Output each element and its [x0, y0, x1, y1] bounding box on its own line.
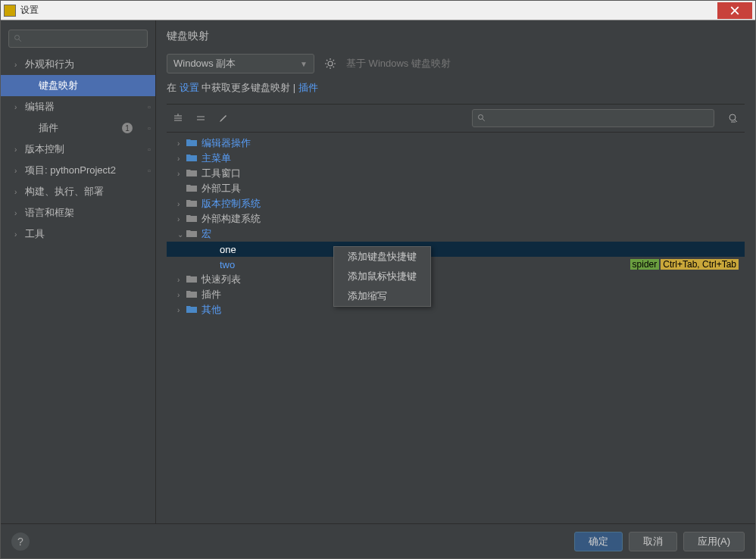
titlebar: 设置 [1, 1, 755, 20]
tree-label: 工具窗口 [201, 167, 241, 180]
context-menu: 添加键盘快捷键添加鼠标快捷键添加缩写 [333, 246, 431, 307]
pencil-icon [218, 113, 229, 123]
folder-icon [186, 183, 198, 194]
toolbar [167, 104, 745, 133]
find-by-shortcut-button[interactable] [725, 110, 742, 126]
folder-icon [186, 198, 198, 209]
sidebar-item-label: 外观和行为 [25, 58, 74, 71]
tree-label: 编辑器操作 [201, 136, 251, 150]
tree-label: two [220, 259, 235, 270]
tree-row[interactable]: one [167, 242, 745, 257]
tree-label: 快速列表 [201, 273, 241, 286]
folder-icon [186, 274, 198, 285]
sidebar-item-label: 语言和框架 [25, 206, 74, 220]
tree-label: one [220, 244, 236, 255]
tree-label: 宏 [201, 227, 211, 241]
tree-chevron-icon: › [177, 200, 186, 208]
context-menu-item-1[interactable]: 添加鼠标快捷键 [334, 267, 430, 286]
tag-shortcut: Ctrl+Tab, Ctrl+Tab [661, 259, 739, 270]
tree-row[interactable]: 外部工具 [167, 181, 745, 196]
settings-scope-icon: ▫ [148, 102, 151, 111]
tree-chevron-icon: › [177, 155, 186, 163]
footer: ? 确定 取消 应用(A) [1, 523, 755, 558]
sidebar-item-5[interactable]: ›项目: pythonProject2▫ [1, 160, 155, 181]
tree-label: 插件 [201, 288, 221, 301]
badge: 1 [122, 123, 133, 133]
folder-icon [186, 153, 198, 164]
tree-row[interactable]: ›主菜单 [167, 151, 745, 166]
tree-chevron-icon: › [177, 170, 186, 178]
close-button[interactable] [717, 2, 752, 19]
tree-chevron-icon: › [177, 139, 186, 148]
settings-scope-icon: ▫ [148, 145, 151, 154]
folder-icon [186, 289, 198, 300]
folder-icon [186, 168, 198, 179]
tree-row[interactable]: ›版本控制系统 [167, 196, 745, 211]
tree-row[interactable]: twospiderCtrl+Tab, Ctrl+Tab [167, 257, 745, 272]
sidebar-item-1[interactable]: 键盘映射 [1, 75, 155, 96]
sidebar-item-2[interactable]: ›编辑器▫ [1, 96, 155, 117]
apply-button[interactable]: 应用(A) [683, 532, 745, 551]
context-menu-item-0[interactable]: 添加键盘快捷键 [334, 247, 430, 267]
sidebar-item-6[interactable]: ›构建、执行、部署 [1, 181, 155, 202]
tree-label: 其他 [201, 303, 221, 317]
ok-button[interactable]: 确定 [574, 532, 623, 551]
sidebar-item-label: 键盘映射 [39, 79, 78, 92]
tree-row[interactable]: ›快速列表 [167, 272, 745, 287]
folder-icon [186, 229, 198, 239]
app-icon [4, 5, 16, 17]
search-icon [477, 114, 486, 123]
chevron-down-icon: ▼ [300, 60, 308, 68]
sidebar: ›外观和行为键盘映射›编辑器▫插件1▫›版本控制▫›项目: pythonProj… [1, 20, 156, 523]
sidebar-item-0[interactable]: ›外观和行为 [1, 54, 155, 75]
close-icon [730, 6, 739, 15]
sidebar-item-8[interactable]: ›工具 [1, 223, 155, 245]
tree-label: 主菜单 [201, 151, 231, 165]
action-search[interactable] [472, 109, 714, 127]
tree-chevron-icon: ⌄ [177, 230, 186, 239]
keymap-tree[interactable]: ›编辑器操作›主菜单›工具窗口外部工具›版本控制系统›外部构建系统⌄宏onetw… [167, 133, 745, 523]
chevron-right-icon: › [14, 167, 22, 175]
help-button[interactable]: ? [11, 532, 30, 551]
collapse-all-button[interactable] [192, 110, 209, 126]
tree-row[interactable]: ›工具窗口 [167, 166, 745, 181]
folder-icon [186, 138, 198, 148]
chevron-right-icon: › [14, 61, 22, 69]
plugins-link[interactable]: 插件 [298, 82, 318, 93]
sidebar-item-7[interactable]: ›语言和框架 [1, 202, 155, 223]
context-menu-item-2[interactable]: 添加缩写 [334, 286, 430, 306]
tree-row[interactable]: ›其他 [167, 302, 745, 317]
sidebar-item-3[interactable]: 插件1▫ [1, 117, 155, 139]
sidebar-search[interactable] [8, 30, 148, 48]
sidebar-item-label: 插件 [39, 121, 58, 135]
expand-icon [173, 113, 183, 123]
edit-button[interactable] [215, 110, 232, 126]
sidebar-item-label: 项目: pythonProject2 [25, 164, 116, 177]
keymap-dropdown[interactable]: Windows 副本 ▼ [167, 54, 314, 73]
expand-all-button[interactable] [170, 110, 186, 126]
chevron-right-icon: › [14, 103, 22, 111]
more-keymaps-row: 在 设置 中获取更多键盘映射 | 插件 [167, 81, 745, 95]
tree-label: 版本控制系统 [201, 197, 261, 211]
folder-icon [186, 214, 198, 224]
window-title: 设置 [20, 4, 717, 17]
tree-row[interactable]: ›外部构建系统 [167, 211, 745, 226]
cancel-button[interactable]: 取消 [629, 532, 677, 551]
tree-row[interactable]: ›编辑器操作 [167, 136, 745, 151]
gear-button[interactable] [322, 55, 339, 72]
tree-row[interactable]: ›插件 [167, 287, 745, 302]
chevron-right-icon: › [14, 145, 22, 154]
tree-row[interactable]: ⌄宏 [167, 226, 745, 242]
shortcut-tags: spiderCtrl+Tab, Ctrl+Tab [630, 259, 739, 270]
tree-label: 外部构建系统 [201, 212, 261, 226]
chevron-right-icon: › [14, 188, 22, 196]
sidebar-item-4[interactable]: ›版本控制▫ [1, 139, 155, 160]
tree-chevron-icon: › [177, 276, 186, 284]
tag-alias: spider [630, 259, 660, 270]
svg-point-3 [729, 114, 736, 120]
settings-link[interactable]: 设置 [180, 82, 199, 93]
sidebar-item-label: 工具 [25, 227, 45, 241]
settings-scope-icon: ▫ [148, 166, 151, 175]
tree-label: 外部工具 [201, 182, 241, 195]
svg-point-1 [328, 61, 333, 66]
